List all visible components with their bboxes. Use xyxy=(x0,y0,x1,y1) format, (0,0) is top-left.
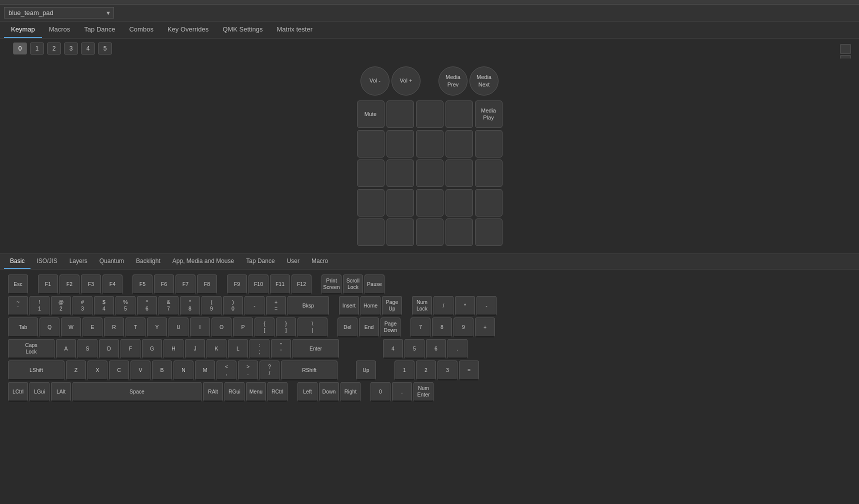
key-a[interactable]: A xyxy=(56,339,76,359)
key-:-;[interactable]: : ; xyxy=(250,339,270,359)
top-tab-macros[interactable]: Macros xyxy=(42,22,78,38)
macro-key-4-1[interactable] xyxy=(386,218,414,246)
top-tab-key-overrides[interactable]: Key Overrides xyxy=(160,22,216,38)
key-lgui[interactable]: LGui xyxy=(30,382,50,402)
layer-btn-3[interactable]: 3 xyxy=(64,42,78,54)
key-2[interactable]: 2 xyxy=(416,360,436,380)
top-tab-matrix-tester[interactable]: Matrix tester xyxy=(270,22,320,38)
key-4[interactable]: 4 xyxy=(383,339,403,359)
bottom-tab-basic[interactable]: Basic xyxy=(4,254,30,269)
key-num-enter[interactable]: Num Enter xyxy=(414,382,434,402)
macro-key-1-0[interactable] xyxy=(357,130,384,158)
key-pause[interactable]: Pause xyxy=(364,274,384,294)
macro-key-3-2[interactable] xyxy=(416,189,444,216)
key-c[interactable]: C xyxy=(109,360,129,380)
key-b[interactable]: B xyxy=(152,360,172,380)
key-=[interactable]: = xyxy=(459,360,479,380)
key-w[interactable]: W xyxy=(61,318,81,338)
key-print-screen[interactable]: Print Screen xyxy=(322,274,342,294)
key-down[interactable]: Down xyxy=(319,382,339,402)
key-f4[interactable]: F4 xyxy=(102,274,122,294)
macro-key-2-3[interactable] xyxy=(446,160,473,187)
key-page-down[interactable]: Page Down xyxy=(380,318,400,338)
key-end[interactable]: End xyxy=(359,318,379,338)
macro-key-round-0[interactable]: Vol - xyxy=(360,66,390,96)
key-!-1[interactable]: ! 1 xyxy=(30,296,50,316)
bottom-tab-macro[interactable]: Macro xyxy=(306,254,334,269)
key-6[interactable]: 6 xyxy=(426,339,446,359)
key-+[interactable]: + xyxy=(475,318,495,338)
key-{-[[interactable]: { [ xyxy=(254,318,274,338)
top-tab-combos[interactable]: Combos xyxy=(122,22,160,38)
top-tab-qmk-settings[interactable]: QMK Settings xyxy=(216,22,270,38)
key-e[interactable]: E xyxy=(82,318,102,338)
key-enter[interactable]: Enter xyxy=(292,339,339,359)
macro-key-2-0[interactable] xyxy=(357,160,384,187)
macro-key-4-4[interactable] xyxy=(475,218,502,246)
key-caps-lock[interactable]: Caps Lock xyxy=(8,339,54,359)
key-f8[interactable]: F8 xyxy=(197,274,217,294)
key-@-2[interactable]: @ 2 xyxy=(51,296,71,316)
key-x[interactable]: X xyxy=(88,360,108,380)
key-lctrl[interactable]: LCtrl xyxy=(8,382,28,402)
macro-key-0-4[interactable]: Media Play xyxy=(475,100,502,128)
key-tab[interactable]: Tab xyxy=(8,318,38,338)
key-f9[interactable]: F9 xyxy=(227,274,247,294)
key-home[interactable]: Home xyxy=(360,296,380,316)
key-q[interactable]: Q xyxy=(40,318,60,338)
key--[interactable]: - xyxy=(244,296,264,316)
key-h[interactable]: H xyxy=(164,339,184,359)
macro-key-1-4[interactable] xyxy=(475,130,502,158)
key-"-'[interactable]: " ' xyxy=(271,339,291,359)
device-select[interactable]: blue_team_pad xyxy=(4,7,114,18)
key-r[interactable]: R xyxy=(104,318,124,338)
key-f2[interactable]: F2 xyxy=(60,274,80,294)
key-f5[interactable]: F5 xyxy=(132,274,152,294)
key-ralt[interactable]: RAlt xyxy=(203,382,223,402)
macro-key-0-3[interactable] xyxy=(446,100,473,128)
key-d[interactable]: D xyxy=(99,339,119,359)
macro-key-2-4[interactable] xyxy=(475,160,502,187)
key-f[interactable]: F xyxy=(120,339,140,359)
key-right[interactable]: Right xyxy=(340,382,360,402)
bottom-tab-tap-dance[interactable]: Tap Dance xyxy=(240,254,280,269)
macro-key-0-0[interactable]: Mute xyxy=(357,100,384,128)
key-v[interactable]: V xyxy=(130,360,150,380)
key-rgui[interactable]: RGui xyxy=(224,382,244,402)
macro-key-3-3[interactable] xyxy=(446,189,473,216)
key-.[interactable]: . xyxy=(448,339,468,359)
macro-key-4-2[interactable] xyxy=(416,218,444,246)
bottom-tab-backlight[interactable]: Backlight xyxy=(130,254,166,269)
key-&-7[interactable]: & 7 xyxy=(158,296,178,316)
macro-key-4-0[interactable] xyxy=(357,218,384,246)
key-5[interactable]: 5 xyxy=(404,339,424,359)
key-l[interactable]: L xyxy=(228,339,248,359)
key-p[interactable]: P xyxy=(233,318,253,338)
key-y[interactable]: Y xyxy=(147,318,167,338)
layer-btn-5[interactable]: 5 xyxy=(98,42,112,54)
macro-key-2-1[interactable] xyxy=(386,160,414,187)
macro-key-3-1[interactable] xyxy=(386,189,414,216)
key-s[interactable]: S xyxy=(78,339,98,359)
key-left[interactable]: Left xyxy=(298,382,318,402)
macro-key-1-3[interactable] xyxy=(446,130,473,158)
macro-key-4-3[interactable] xyxy=(446,218,473,246)
key-esc[interactable]: Esc xyxy=(8,274,28,294)
key-t[interactable]: T xyxy=(126,318,146,338)
key-m[interactable]: M xyxy=(195,360,215,380)
key--[interactable]: - xyxy=(476,296,496,316)
key-bksp[interactable]: Bksp xyxy=(288,296,329,316)
key-n[interactable]: N xyxy=(174,360,194,380)
key-u[interactable]: U xyxy=(168,318,188,338)
key-7[interactable]: 7 xyxy=(410,318,430,338)
key-o[interactable]: O xyxy=(212,318,232,338)
key-9[interactable]: 9 xyxy=(454,318,474,338)
bottom-tab-layers[interactable]: Layers xyxy=(64,254,94,269)
key-scroll-lock[interactable]: Scroll Lock xyxy=(343,274,363,294)
key-del[interactable]: Del xyxy=(338,318,358,338)
key-menu[interactable]: Menu xyxy=(246,382,266,402)
key-8[interactable]: 8 xyxy=(432,318,452,338)
key-f12[interactable]: F12 xyxy=(292,274,312,294)
key--|[interactable]: \ | xyxy=(298,318,328,338)
key-^-6[interactable]: ^ 6 xyxy=(137,296,157,316)
